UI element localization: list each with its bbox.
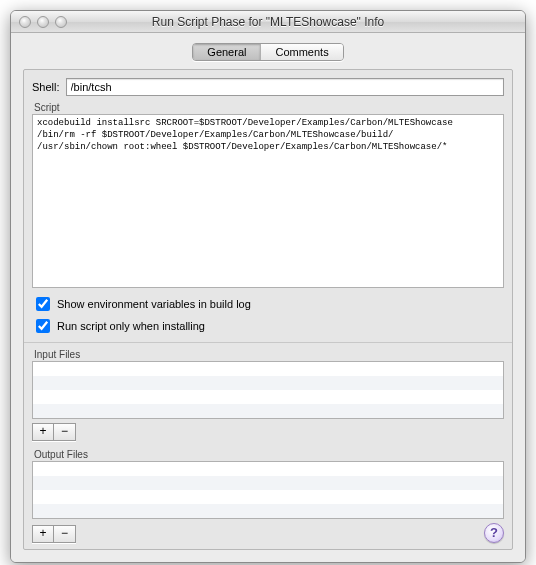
output-files-add-button[interactable]: + xyxy=(32,525,54,543)
titlebar: Run Script Phase for "MLTEShowcase" Info xyxy=(11,11,525,33)
shell-row: Shell: xyxy=(32,78,504,96)
separator xyxy=(24,342,512,343)
output-files-remove-button[interactable]: − xyxy=(54,525,76,543)
input-files-list[interactable] xyxy=(32,361,504,419)
output-files-footer: + − ? xyxy=(32,523,504,543)
script-label: Script xyxy=(32,102,504,113)
show-env-checkbox[interactable] xyxy=(36,297,50,311)
input-files-remove-button[interactable]: − xyxy=(54,423,76,441)
script-box xyxy=(32,114,504,288)
show-env-label: Show environment variables in build log xyxy=(57,298,251,310)
run-only-install-label: Run script only when installing xyxy=(57,320,205,332)
run-only-install-row: Run script only when installing xyxy=(32,316,504,336)
shell-label: Shell: xyxy=(32,81,60,93)
tab-bar: General Comments xyxy=(23,43,513,61)
help-button[interactable]: ? xyxy=(484,523,504,543)
shell-input[interactable] xyxy=(66,78,504,96)
zoom-icon[interactable] xyxy=(55,16,67,28)
input-files-buttons: + − xyxy=(32,423,504,441)
window-body: General Comments Shell: Script Show envi… xyxy=(11,33,525,562)
window-title: Run Script Phase for "MLTEShowcase" Info xyxy=(11,15,525,29)
tab-comments[interactable]: Comments xyxy=(261,44,342,60)
output-files-label: Output Files xyxy=(32,449,504,460)
run-only-install-checkbox[interactable] xyxy=(36,319,50,333)
window: Run Script Phase for "MLTEShowcase" Info… xyxy=(10,10,526,563)
script-textarea[interactable] xyxy=(33,115,503,285)
traffic-lights xyxy=(11,16,67,28)
output-files-stripes xyxy=(33,462,503,518)
output-files-section: Output Files + − ? xyxy=(32,449,504,543)
close-icon[interactable] xyxy=(19,16,31,28)
general-panel: Shell: Script Show environment variables… xyxy=(23,69,513,550)
show-env-row: Show environment variables in build log xyxy=(32,294,504,314)
input-files-label: Input Files xyxy=(32,349,504,360)
input-files-section: Input Files + − xyxy=(32,349,504,441)
tab-general[interactable]: General xyxy=(193,44,261,60)
output-files-list[interactable] xyxy=(32,461,504,519)
minimize-icon[interactable] xyxy=(37,16,49,28)
input-files-stripes xyxy=(33,362,503,418)
input-files-add-button[interactable]: + xyxy=(32,423,54,441)
